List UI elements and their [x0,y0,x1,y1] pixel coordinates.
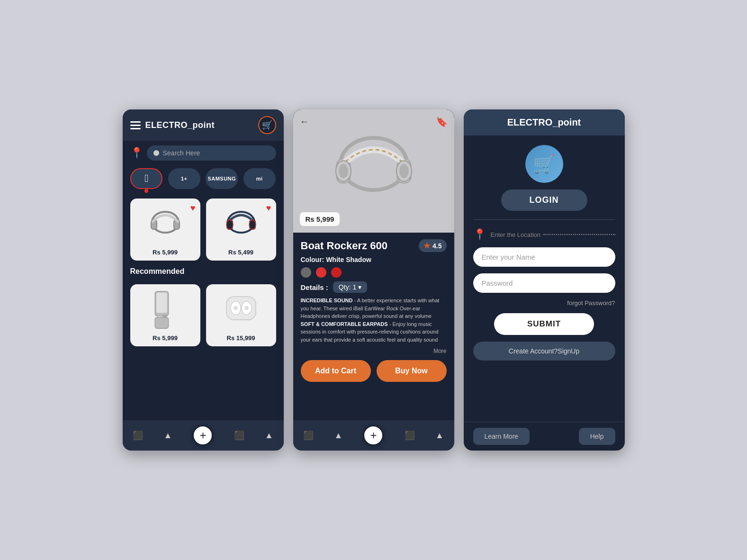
login-button[interactable]: LOGIN [501,190,587,211]
price-badge: Rs 5,999 [300,212,340,226]
search-bar[interactable]: Search Here [147,145,276,161]
action-buttons: Add to Cart Buy Now [301,360,447,382]
phone-svg [152,290,178,331]
brand-oneplus[interactable]: 1+ [168,168,200,189]
heart-icon-2[interactable]: ♥ [266,203,271,213]
screen-login: ELECTRO_point 🛒 LOGIN 📍 Enter the Locati… [464,109,625,451]
rating-badge: ★ 4.5 [419,239,446,252]
apple-icon:  [144,172,148,185]
forgot-password-link[interactable]: forgot Password? [567,299,615,307]
location-pin-icon: 📍 [130,147,143,159]
screen-product-listing: ELECTRO_point 🛒 📍 Search Here  1+ SAMSU… [123,109,284,451]
svg-point-7 [249,220,256,229]
product-main-title: Boat Rockerz 600 [301,240,387,252]
rating-value: 4.5 [432,242,441,250]
cart-button[interactable]: 🛒 [258,116,276,134]
product-content: Boat Rockerz 600 ★ 4.5 Colour: White Sha… [293,233,454,420]
color-dot-gray[interactable] [301,267,311,278]
location-input-area: Enter the Location [491,231,615,238]
color-dot-red2[interactable] [331,267,342,278]
product-card-2[interactable]: ♥ Rs 5,499 [206,199,276,261]
add-to-cart-button[interactable]: Add to Cart [301,360,371,382]
details-row: Details : Qty: 1 ▾ [301,281,447,293]
buy-now-button[interactable]: Buy Now [377,360,447,382]
brand-mi[interactable]: mi [243,168,276,189]
divider-1 [473,219,615,220]
color-options [301,267,447,278]
location-pin-icon-3: 📍 [473,228,486,241]
brand-samsung[interactable]: SAMSUNG [206,168,238,189]
password-input[interactable] [473,273,615,293]
location-row: 📍 Enter the Location [473,228,615,241]
search-placeholder: Search Here [163,149,200,157]
svg-rect-9 [156,292,167,313]
brands-row:  1+ SAMSUNG mi [123,163,284,194]
nav-triangle2-icon[interactable]: ▲ [265,431,273,441]
recommended-card-2[interactable]: Rs 15,999 [206,284,276,346]
svg-point-15 [234,306,238,310]
recommended-img-2 [211,289,271,332]
product-image-area: ← 🔖 Rs 5,999 [293,109,454,233]
nav-square-icon[interactable]: ⬛ [133,430,143,441]
s3-app-title: ELECTRO_point [507,117,581,127]
products-grid: ♥ Rs 5,999 ♥ [123,194,284,265]
qty-selector[interactable]: Qty: 1 ▾ [333,281,367,293]
recommended-price-2: Rs 15,999 [227,334,255,342]
bottom-nav-1: ⬛ ▲ + ⬛ ▲ [123,420,284,451]
product-price-1: Rs 5,999 [153,249,178,256]
colour-value: White Shadow [326,256,371,263]
brand-apple[interactable]:  [130,168,162,189]
recommended-card-1[interactable]: Rs 5,999 [130,284,200,346]
samsung-label: SAMSUNG [207,176,236,181]
nav-square2-icon[interactable]: ⬛ [234,430,244,441]
fab-button-2[interactable]: + [363,425,384,446]
create-account-button[interactable]: Create Account?SignUp [473,342,615,361]
nav2-square2-icon[interactable]: ⬛ [405,430,415,441]
nav-triangle-icon[interactable]: ▲ [163,431,172,441]
location-dots [543,234,615,235]
submit-button[interactable]: SUBMIT [494,313,594,335]
help-button[interactable]: Help [579,428,615,445]
login-cart-icon: 🛒 [525,145,563,183]
mi-label: mi [256,176,263,181]
svg-point-22 [339,164,348,178]
product-title-row: Boat Rockerz 600 ★ 4.5 [301,239,447,252]
name-input[interactable] [473,247,615,267]
search-row: 📍 Search Here [123,141,284,163]
learn-more-button[interactable]: Learn More [473,428,530,445]
star-icon: ★ [423,241,430,250]
menu-icon[interactable] [130,121,141,129]
color-dot-red1[interactable] [316,267,326,278]
bottom-nav-2: ⬛ ▲ + ⬛ ▲ [293,420,454,451]
more-link[interactable]: More [301,348,447,354]
screen1-header: ELECTRO_point 🛒 [123,109,284,141]
screen3-header: ELECTRO_point [464,109,625,135]
enter-location-text: Enter the Location [491,231,541,238]
fab-button[interactable]: + [192,425,213,446]
earbuds-svg [222,294,260,327]
recommended-grid: Rs 5,999 Rs 15,999 [123,280,284,351]
bookmark-button[interactable]: 🔖 [436,116,448,127]
header-left: ELECTRO_point [130,120,215,130]
recommended-img-1 [135,289,196,332]
nav2-triangle2-icon[interactable]: ▲ [435,431,444,441]
nav2-square-icon[interactable]: ⬛ [303,430,314,441]
product-price-2: Rs 5,499 [228,249,253,256]
heart-icon-1[interactable]: ♥ [190,203,196,213]
screen3-body: 🛒 LOGIN 📍 Enter the Location forgot Pass… [464,135,625,422]
oneplus-label: 1+ [181,176,188,181]
search-dot-icon [153,150,159,156]
recommended-price-1: Rs 5,999 [153,334,178,342]
headphone-img-2 [222,206,260,244]
active-indicator [144,189,148,193]
headphone-img-1 [146,206,184,244]
recommended-title: Recommended [123,265,284,280]
product-img-1 [135,203,196,246]
product-card-1[interactable]: ♥ Rs 5,999 [130,199,200,261]
screen-product-detail: ← 🔖 Rs 5,999 Boat Rockerz 600 ★ [293,109,454,451]
back-button[interactable]: ← [300,116,309,127]
nav2-triangle-icon[interactable]: ▲ [334,431,342,441]
screens-container: ELECTRO_point 🛒 📍 Search Here  1+ SAMSU… [123,109,625,451]
colour-label: Colour: White Shadow [301,256,447,263]
svg-point-23 [399,164,409,178]
